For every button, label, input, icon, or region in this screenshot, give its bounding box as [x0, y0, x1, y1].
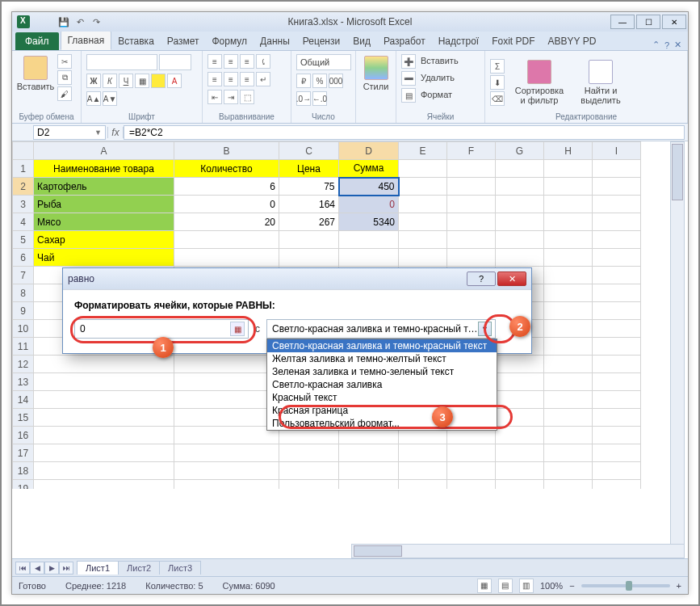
row-header[interactable]: 16	[13, 427, 34, 444]
tab-formulas[interactable]: Формул	[205, 32, 254, 50]
currency-icon[interactable]: ₽	[296, 74, 311, 88]
paste-button[interactable]: Вставить	[17, 54, 54, 93]
cell[interactable]: 0	[339, 196, 399, 213]
cell[interactable]	[447, 196, 496, 213]
dropdown-option[interactable]: Красный текст	[267, 391, 497, 404]
zoom-slider[interactable]	[581, 584, 670, 587]
bold-button[interactable]: Ж	[86, 74, 101, 88]
row-header[interactable]: 7	[13, 267, 34, 284]
tab-insert[interactable]: Вставка	[111, 32, 161, 50]
col-header[interactable]: A	[34, 142, 174, 160]
orientation-icon[interactable]: ⤹	[256, 54, 270, 69]
row-header[interactable]: 18	[13, 462, 34, 480]
row-header[interactable]: 17	[13, 444, 34, 462]
formula-input[interactable]: =B2*C2	[124, 125, 685, 140]
cell[interactable]	[399, 231, 447, 249]
tab-addins[interactable]: Надстрої	[432, 32, 486, 50]
dropdown-option[interactable]: Пользовательский формат...	[267, 417, 497, 430]
row-header[interactable]: 11	[13, 338, 34, 356]
cell[interactable]: 20	[174, 213, 279, 231]
cell[interactable]	[447, 178, 496, 196]
view-layout-icon[interactable]: ▤	[498, 579, 513, 593]
comma-icon[interactable]: 000	[329, 74, 343, 88]
col-header[interactable]: C	[279, 142, 339, 160]
font-color-button[interactable]: A	[167, 74, 182, 88]
underline-button[interactable]: Ч	[119, 74, 133, 88]
tab-data[interactable]: Данны	[254, 32, 296, 50]
col-header[interactable]: G	[496, 142, 544, 160]
col-header[interactable]: F	[447, 142, 496, 160]
cell[interactable]: 6	[174, 178, 279, 196]
sheet-nav-last-icon[interactable]: ⏭	[59, 562, 73, 574]
tab-foxit[interactable]: Foxit PDF	[485, 32, 541, 50]
align-left-icon[interactable]: ≡	[207, 72, 222, 86]
cell[interactable]	[174, 231, 279, 249]
cell[interactable]	[544, 231, 593, 249]
border-button[interactable]: ▦	[135, 74, 149, 88]
qat-redo-icon[interactable]: ↷	[90, 15, 103, 28]
view-normal-icon[interactable]: ▦	[477, 579, 492, 593]
vertical-scrollbar[interactable]	[670, 141, 685, 558]
file-tab[interactable]: Файл	[15, 32, 59, 50]
dropdown-option[interactable]: Светло-красная заливка	[267, 378, 497, 391]
cell[interactable]: Количество	[174, 160, 279, 178]
row-header[interactable]: 3	[13, 196, 34, 213]
cell[interactable]	[496, 213, 544, 231]
cell-selected[interactable]: 450	[339, 178, 399, 196]
cell[interactable]	[399, 178, 447, 196]
font-family-combo[interactable]	[86, 54, 157, 70]
cell[interactable]	[447, 213, 496, 231]
sheet-tab[interactable]: Лист1	[77, 561, 119, 574]
format-painter-icon[interactable]: 🖌	[57, 86, 72, 101]
align-middle-icon[interactable]: ≡	[224, 54, 238, 69]
close-button[interactable]: ✕	[662, 15, 686, 29]
cell[interactable]: Мясо	[34, 213, 174, 231]
cell[interactable]	[593, 160, 641, 178]
align-center-icon[interactable]: ≡	[224, 72, 238, 86]
cell[interactable]	[593, 196, 641, 213]
dropdown-option[interactable]: Зеленая заливка и темно-зеленый текст	[267, 365, 497, 378]
row-header[interactable]: 10	[13, 320, 34, 338]
cell[interactable]: Сумма	[339, 160, 399, 178]
cell[interactable]	[593, 231, 641, 249]
sheet-nav-first-icon[interactable]: ⏮	[15, 562, 30, 574]
clear-icon[interactable]: ⌫	[490, 91, 505, 106]
dialog-titlebar[interactable]: равно ? ✕	[63, 268, 531, 289]
cell[interactable]: Чай	[34, 249, 174, 267]
increase-decimal-icon[interactable]: .0→	[296, 91, 311, 106]
italic-button[interactable]: К	[103, 74, 117, 88]
col-header[interactable]: E	[399, 142, 447, 160]
chevron-down-icon[interactable]: ▼	[478, 322, 492, 336]
cell[interactable]	[544, 249, 593, 267]
sheet-tab[interactable]: Лист2	[118, 561, 160, 574]
decrease-indent-icon[interactable]: ⇤	[207, 90, 222, 104]
doc-close-icon[interactable]: ✕	[674, 40, 681, 50]
row-header[interactable]: 13	[13, 373, 34, 391]
cell[interactable]: 5340	[339, 213, 399, 231]
styles-button[interactable]: Стили	[361, 54, 391, 93]
zoom-in-button[interactable]: +	[677, 581, 681, 591]
row-header[interactable]: 15	[13, 409, 34, 427]
tab-review[interactable]: Рецензи	[296, 32, 346, 50]
cell[interactable]: 75	[279, 178, 339, 196]
qat-undo-icon[interactable]: ↶	[73, 15, 86, 28]
cell[interactable]	[496, 178, 544, 196]
cell[interactable]	[544, 196, 593, 213]
cell[interactable]	[399, 249, 447, 267]
sheet-nav-prev-icon[interactable]: ◀	[30, 562, 44, 574]
increase-indent-icon[interactable]: ⇥	[224, 90, 238, 104]
col-header[interactable]: I	[593, 142, 641, 160]
tab-view[interactable]: Вид	[346, 32, 377, 50]
row-header[interactable]: 2	[13, 178, 34, 196]
cell[interactable]	[339, 231, 399, 249]
sort-filter-button[interactable]: Сортировка и фильтр	[511, 58, 568, 107]
tab-layout[interactable]: Размет	[161, 32, 206, 50]
row-header[interactable]: 4	[13, 213, 34, 231]
cell[interactable]: 0	[174, 196, 279, 213]
row-header[interactable]: 12	[13, 356, 34, 373]
value-input[interactable]: 0 ▦	[74, 319, 249, 339]
row-header[interactable]: 19	[13, 480, 34, 490]
cell[interactable]	[593, 178, 641, 196]
col-header[interactable]: B	[174, 142, 279, 160]
cell[interactable]: Цена	[279, 160, 339, 178]
